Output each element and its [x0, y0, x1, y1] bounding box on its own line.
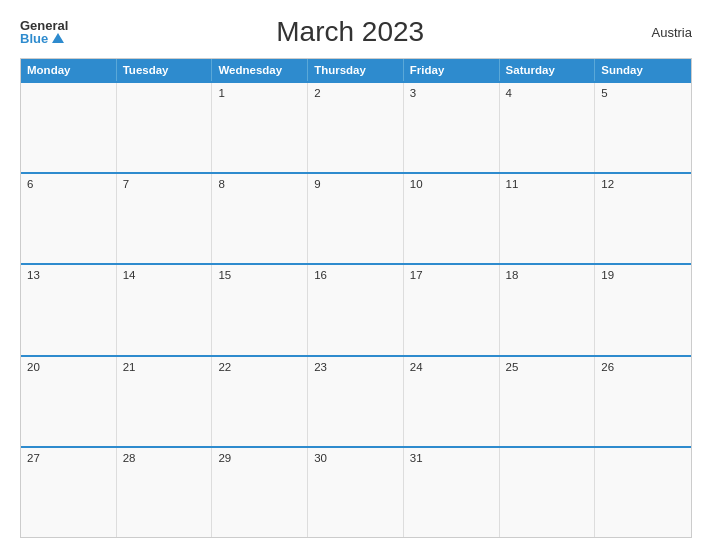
day-number: 12	[601, 178, 614, 190]
day-number: 20	[27, 361, 40, 373]
cal-cell-7: 7	[117, 174, 213, 263]
day-number: 23	[314, 361, 327, 373]
cal-cell-6: 6	[21, 174, 117, 263]
day-number: 28	[123, 452, 136, 464]
cal-cell-29: 29	[212, 448, 308, 537]
day-number: 27	[27, 452, 40, 464]
cal-cell-31: 31	[404, 448, 500, 537]
calendar-grid: MondayTuesdayWednesdayThursdayFridaySatu…	[20, 58, 692, 538]
cal-cell-11: 11	[500, 174, 596, 263]
day-number: 24	[410, 361, 423, 373]
day-number: 31	[410, 452, 423, 464]
weekday-header-thursday: Thursday	[308, 59, 404, 81]
week-row-3: 13141516171819	[21, 263, 691, 354]
day-number: 22	[218, 361, 231, 373]
week-row-1: 12345	[21, 81, 691, 172]
cal-cell-1: 1	[212, 83, 308, 172]
weekday-header-wednesday: Wednesday	[212, 59, 308, 81]
day-number: 3	[410, 87, 416, 99]
day-number: 2	[314, 87, 320, 99]
week-row-2: 6789101112	[21, 172, 691, 263]
country-label: Austria	[632, 25, 692, 40]
cal-cell-20: 20	[21, 357, 117, 446]
cal-cell-8: 8	[212, 174, 308, 263]
day-number: 19	[601, 269, 614, 281]
day-number: 4	[506, 87, 512, 99]
weekday-header-saturday: Saturday	[500, 59, 596, 81]
calendar-page: General Blue March 2023 Austria MondayTu…	[0, 0, 712, 550]
cal-cell-30: 30	[308, 448, 404, 537]
cal-cell-empty	[595, 448, 691, 537]
cal-cell-empty	[21, 83, 117, 172]
day-number: 11	[506, 178, 519, 190]
header: General Blue March 2023 Austria	[20, 16, 692, 48]
cal-cell-23: 23	[308, 357, 404, 446]
cal-cell-18: 18	[500, 265, 596, 354]
cal-cell-19: 19	[595, 265, 691, 354]
cal-cell-13: 13	[21, 265, 117, 354]
day-number: 16	[314, 269, 327, 281]
day-number: 9	[314, 178, 320, 190]
cal-cell-12: 12	[595, 174, 691, 263]
cal-cell-empty	[500, 448, 596, 537]
cal-cell-14: 14	[117, 265, 213, 354]
cal-cell-4: 4	[500, 83, 596, 172]
weekday-header-friday: Friday	[404, 59, 500, 81]
day-number: 25	[506, 361, 519, 373]
cal-cell-16: 16	[308, 265, 404, 354]
weekday-header-sunday: Sunday	[595, 59, 691, 81]
cal-cell-21: 21	[117, 357, 213, 446]
cal-cell-5: 5	[595, 83, 691, 172]
cal-cell-empty	[117, 83, 213, 172]
cal-cell-26: 26	[595, 357, 691, 446]
cal-cell-24: 24	[404, 357, 500, 446]
day-number: 10	[410, 178, 423, 190]
calendar-title: March 2023	[68, 16, 632, 48]
logo-blue-text: Blue	[20, 32, 64, 45]
day-number: 29	[218, 452, 231, 464]
cal-cell-28: 28	[117, 448, 213, 537]
logo-triangle-icon	[52, 33, 64, 43]
day-number: 1	[218, 87, 224, 99]
cal-cell-10: 10	[404, 174, 500, 263]
day-number: 17	[410, 269, 423, 281]
week-row-5: 2728293031	[21, 446, 691, 537]
day-number: 15	[218, 269, 231, 281]
day-number: 13	[27, 269, 40, 281]
day-number: 21	[123, 361, 136, 373]
weekday-header-row: MondayTuesdayWednesdayThursdayFridaySatu…	[21, 59, 691, 81]
weekday-header-tuesday: Tuesday	[117, 59, 213, 81]
day-number: 8	[218, 178, 224, 190]
day-number: 26	[601, 361, 614, 373]
day-number: 14	[123, 269, 136, 281]
cal-cell-3: 3	[404, 83, 500, 172]
cal-cell-22: 22	[212, 357, 308, 446]
logo: General Blue	[20, 19, 68, 45]
cal-cell-25: 25	[500, 357, 596, 446]
cal-cell-17: 17	[404, 265, 500, 354]
cal-cell-2: 2	[308, 83, 404, 172]
calendar-body: 1234567891011121314151617181920212223242…	[21, 81, 691, 537]
day-number: 30	[314, 452, 327, 464]
cal-cell-27: 27	[21, 448, 117, 537]
day-number: 18	[506, 269, 519, 281]
cal-cell-9: 9	[308, 174, 404, 263]
day-number: 7	[123, 178, 129, 190]
cal-cell-15: 15	[212, 265, 308, 354]
week-row-4: 20212223242526	[21, 355, 691, 446]
day-number: 6	[27, 178, 33, 190]
weekday-header-monday: Monday	[21, 59, 117, 81]
day-number: 5	[601, 87, 607, 99]
